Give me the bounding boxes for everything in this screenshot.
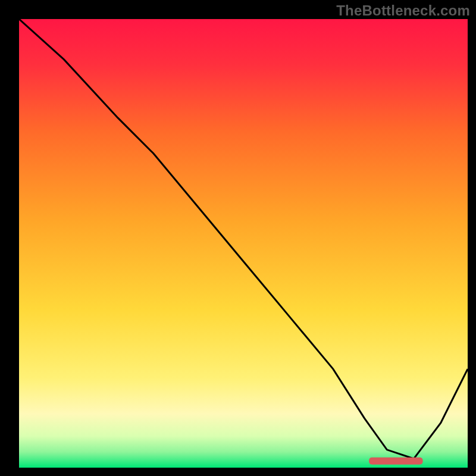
watermark-text: TheBottleneck.com [336, 2, 470, 19]
gradient-rect [19, 19, 468, 468]
plot-area [19, 19, 468, 468]
optimum-marker [369, 458, 423, 465]
plot-svg [19, 19, 468, 468]
chart-frame: TheBottleneck.com [0, 0, 476, 476]
